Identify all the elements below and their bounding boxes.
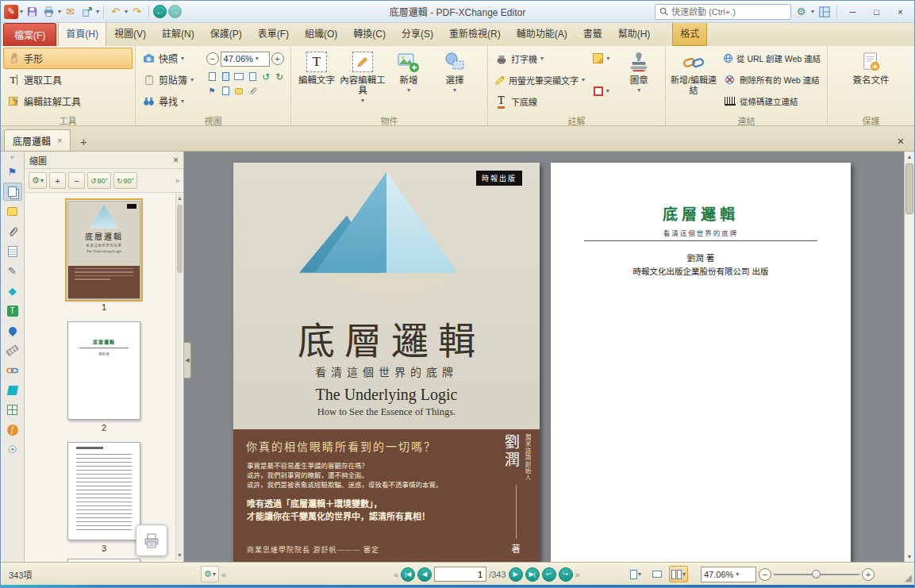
tab-comment[interactable]: 註解(N) <box>154 21 202 46</box>
tab-bookmarks[interactable]: 書籤 <box>575 21 610 46</box>
zoom-out-button[interactable]: − <box>759 568 771 581</box>
eraser-pane-icon[interactable] <box>3 381 22 399</box>
fit-width-button[interactable] <box>233 71 245 83</box>
scroll-down-icon[interactable]: ▼ <box>905 551 914 562</box>
signatures-pane-icon[interactable]: ✎ <box>3 262 22 280</box>
typewriter-button[interactable]: 打字機 ▾ <box>490 48 587 69</box>
sign-document-button[interactable]: 簽名文件 <box>847 48 896 113</box>
link-from-barcode-button[interactable]: 從條碼建立連結 <box>719 90 824 112</box>
pdf-page-1[interactable]: 時報出版 底層邏輯 看清這個世界的底牌 The Underlying Logic… <box>233 163 540 562</box>
page-number-input[interactable] <box>434 567 486 582</box>
scroll-up-icon[interactable]: ▲ <box>176 194 183 203</box>
fit-visible-button[interactable] <box>247 71 259 83</box>
thumbnail-page-2[interactable]: 底層邏輯 劉潤 著 <box>67 321 140 420</box>
layout-panels-icon[interactable] <box>817 4 832 19</box>
thumbnails-options-button[interactable]: ⚙▾ <box>29 172 47 189</box>
rectangle-annotation-button[interactable]: ▾ <box>590 80 613 102</box>
fields-pane-icon[interactable] <box>3 242 22 260</box>
history-back-button[interactable]: ← <box>153 5 167 18</box>
document-tab[interactable]: 底層邏輯 × <box>4 129 71 151</box>
zoom-in-button[interactable]: + <box>271 52 284 65</box>
resize-grip[interactable]: ◢ <box>905 572 912 583</box>
content-pane-icon[interactable]: T <box>3 302 22 320</box>
panel-splitter[interactable]: ◀ <box>184 342 191 379</box>
sticky-note-button[interactable]: ▾ <box>589 48 613 69</box>
two-page-view-button[interactable]: ▾ <box>669 566 688 582</box>
bookmarks-pane-icon[interactable]: ⚑ <box>3 163 22 181</box>
previous-view-button[interactable]: ↩ <box>542 567 556 582</box>
content-edit-button[interactable]: 內容編輯工具 ▾ <box>340 48 386 113</box>
zoom-in-button[interactable]: + <box>862 568 875 581</box>
rotate-cw-button[interactable]: ↻90° <box>113 172 137 189</box>
hand-tool-button[interactable]: 手形 <box>3 48 133 69</box>
rotate-view-right-button[interactable]: ↻ <box>274 71 286 83</box>
tab-home[interactable]: 首頁(H) <box>58 21 106 46</box>
chevron-down-icon[interactable]: ▾ <box>811 9 814 15</box>
toolbar-overflow-icon[interactable]: » <box>175 177 179 185</box>
history-forward-button[interactable]: → <box>168 5 182 18</box>
pane-thumbnails-button[interactable] <box>220 85 232 97</box>
collapse-toolbar-icon[interactable]: « <box>221 570 226 579</box>
accessibility-pane-icon[interactable]: ☉ <box>3 440 22 459</box>
highlight-text-button[interactable]: 用螢光筆突顯文字 ▾ <box>490 69 587 90</box>
tab-file[interactable]: 檔案(F) <box>3 23 56 46</box>
zoom-combo[interactable]: 47.06%▾ <box>701 567 756 582</box>
destinations-pane-icon[interactable] <box>3 321 22 340</box>
edit-annotations-button[interactable]: ✎ 編輯註解工具 <box>3 90 133 112</box>
floating-print-button[interactable] <box>136 525 167 556</box>
edit-text-button[interactable]: T 編輯文字 <box>294 48 340 113</box>
tab-help[interactable]: 幫助(H) <box>610 21 659 46</box>
chevron-down-icon[interactable]: ▾ <box>125 9 128 15</box>
snapshot-button[interactable]: 快照 ▾ <box>138 48 206 69</box>
thumbnail-page-1[interactable]: 底層邏輯 看清這個世界的底牌 The Underlying Logic <box>67 201 140 299</box>
add-edit-link-button[interactable]: 新增/編輯連結 <box>668 48 719 113</box>
clipboard-button[interactable]: 剪貼簿 ▾ <box>138 69 206 90</box>
zoom-out-button[interactable]: − <box>206 52 219 65</box>
delete-web-links-button[interactable]: 刪除所有的 Web 連結 <box>719 69 824 90</box>
chevron-down-icon[interactable]: ▾ <box>20 9 23 15</box>
statusbar-options-button[interactable]: ⚙▾ <box>201 566 219 582</box>
minimize-button[interactable]: ─ <box>842 4 863 20</box>
collapse-nav-icon[interactable]: « <box>394 570 398 579</box>
stamp-button[interactable]: 圖章 ▾ <box>616 48 663 113</box>
select-tool-button[interactable]: T 選取工具 <box>3 69 133 90</box>
pane-bookmarks-button[interactable]: ⚑ <box>206 85 218 97</box>
tab-view[interactable]: 視圖(V) <box>106 21 154 46</box>
document-scrollbar[interactable]: ▲ ▼ <box>904 152 914 562</box>
links-pane-icon[interactable] <box>3 361 22 379</box>
link-from-url-button[interactable]: 從 URL 創建 Web 連結 <box>719 48 824 69</box>
rotate-view-left-button[interactable]: ↺ <box>260 71 272 83</box>
tab-protect[interactable]: 保護(P) <box>202 21 250 46</box>
chevron-down-icon[interactable]: ▾ <box>58 9 61 15</box>
scrollbar-thumb[interactable] <box>905 163 913 214</box>
settings-gear-icon[interactable]: ⚙ <box>794 4 809 19</box>
close-panel-button[interactable]: × <box>173 155 179 166</box>
fit-width-view-button[interactable] <box>648 566 667 582</box>
tab-form[interactable]: 表單(F) <box>250 21 297 46</box>
measurements-pane-icon[interactable] <box>3 341 22 359</box>
pane-attachments-button[interactable] <box>247 85 259 97</box>
tab-format[interactable]: 格式 <box>672 21 707 46</box>
single-page-view-button[interactable]: ▾ <box>626 566 645 582</box>
redo-button[interactable]: ↷ <box>129 4 144 19</box>
select-object-button[interactable]: 選擇 ▾ <box>432 48 478 113</box>
enlarge-thumbnails-button[interactable]: + <box>49 172 66 189</box>
rotate-ccw-button[interactable]: ↺90° <box>87 172 111 189</box>
maximize-button[interactable]: □ <box>866 4 887 20</box>
new-tab-button[interactable]: + <box>74 132 93 151</box>
thumbnails-scrollbar[interactable]: ▲ ▼ <box>175 194 183 560</box>
3d-pane-icon[interactable]: ◆ <box>3 282 22 300</box>
comments-pane-icon[interactable] <box>3 202 22 221</box>
last-page-button[interactable]: ▶| <box>525 567 540 582</box>
quick-launch-input[interactable] <box>671 7 786 17</box>
layers-pane-icon[interactable] <box>3 401 22 419</box>
next-page-button[interactable]: ▶ <box>509 567 523 582</box>
pdf-page-2[interactable]: 底層邏輯 看清這個世界的底牌 劉潤 著 時報文化出版企業股份有限公司 出版 <box>551 163 851 562</box>
tab-accessibility[interactable]: 輔助功能(A) <box>509 21 575 46</box>
fit-page-button[interactable] <box>220 71 232 83</box>
thumbnail-page-3[interactable] <box>67 442 140 540</box>
close-document-button[interactable]: × <box>890 130 911 151</box>
undo-button[interactable]: ↶ <box>108 4 123 19</box>
attachments-pane-icon[interactable] <box>3 222 22 240</box>
print-button[interactable] <box>41 4 56 19</box>
